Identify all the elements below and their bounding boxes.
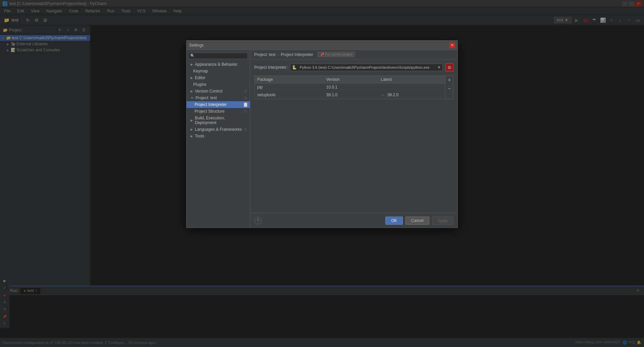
settings-dialog: Settings ✕ 🔍 ▶ Appearance & Behavior xyxy=(186,40,458,228)
interpreter-select-text: Python 3.6 (test) C:\Users\matb3\Pycharm… xyxy=(300,65,434,69)
sidebar-item-build[interactable]: ▶ Build, Execution, Deployment xyxy=(186,115,250,126)
col-package: Package xyxy=(255,76,323,83)
col-version: Version xyxy=(323,76,378,83)
dialog-title: Settings xyxy=(189,43,204,48)
lang-gear-icon: ⚙ xyxy=(244,127,247,132)
sidebar-item-keymap[interactable]: Keymap xyxy=(186,68,250,74)
interpreter-gear-icon: ⚙ xyxy=(244,103,247,107)
plugins-label: Plugins xyxy=(193,82,206,87)
sidebar-search-input[interactable] xyxy=(196,54,246,58)
dialog-main: Project Interpreter: 🐍 Python 3.6 (test)… xyxy=(250,59,458,213)
package-table-scroll: Package Version Latest pip 10.0.1 xyxy=(255,76,445,99)
dialog-footer: ? OK Cancel Apply xyxy=(250,213,458,228)
structure-label: Project Structure xyxy=(195,109,224,114)
appearance-arrow-icon: ▶ xyxy=(191,63,193,66)
keymap-label: Keymap xyxy=(193,69,208,73)
remove-package-button[interactable]: − xyxy=(446,85,453,92)
lang-label: Languages & Frameworks xyxy=(195,127,242,132)
apply-button[interactable]: Apply xyxy=(432,217,453,225)
interpreter-field-label: Project Interpreter: xyxy=(254,65,287,70)
vc-arrow-icon: ▶ xyxy=(191,90,193,93)
dialog-breadcrumb: Project: test › Project Interpreter 📌 Fo… xyxy=(250,50,458,59)
breadcrumb-badge-icon: 📌 xyxy=(320,53,324,56)
update-arrow-icon: → xyxy=(381,93,385,97)
dialog-content: Project: test › Project Interpreter 📌 Fo… xyxy=(250,50,458,228)
dialog-body: 🔍 ▶ Appearance & Behavior Keymap ▶ Edito… xyxy=(186,50,458,228)
interpreter-label-sidebar: Project Interpreter xyxy=(195,102,227,107)
appearance-label: Appearance & Behavior xyxy=(195,62,237,67)
project-test-gear-icon: ⚙ xyxy=(244,96,247,100)
breadcrumb-root: Project: test xyxy=(254,52,275,57)
sidebar-item-project-structure[interactable]: Project Structure ⚙ xyxy=(186,108,250,115)
pkg-latest-pip xyxy=(378,83,445,91)
table-row[interactable]: pip 10.0.1 xyxy=(255,83,445,91)
sidebar-item-tools[interactable]: ▶ Tools xyxy=(186,133,250,139)
python-icon: 🐍 xyxy=(292,65,297,70)
sidebar-item-plugins[interactable]: Plugins xyxy=(186,81,250,88)
pkg-latest-setuptools: → 39.2.0 xyxy=(378,91,445,99)
interpreter-select[interactable]: 🐍 Python 3.6 (test) C:\Users\matb3\Pycha… xyxy=(290,64,443,71)
build-arrow-icon: ▶ xyxy=(191,119,193,122)
tools-arrow-icon: ▶ xyxy=(191,134,193,138)
sidebar-search-container: 🔍 xyxy=(189,53,248,59)
structure-gear-icon: ⚙ xyxy=(244,109,247,114)
col-latest: Latest xyxy=(378,76,445,83)
package-table-wrapper: Package Version Latest pip 10.0.1 xyxy=(254,75,453,99)
search-icon: 🔍 xyxy=(190,54,195,58)
ok-button[interactable]: OK xyxy=(385,217,402,225)
help-icon: ? xyxy=(257,218,259,223)
vc-gear-icon: ⚙ xyxy=(244,89,247,94)
sidebar-item-project-interpreter[interactable]: Project Interpreter ⚙ xyxy=(186,101,250,108)
pkg-version-pip: 10.0.1 xyxy=(323,83,378,91)
build-label: Build, Execution, Deployment xyxy=(195,116,247,125)
interpreter-dropdown-arrow: ▼ xyxy=(437,65,441,70)
interpreter-row: Project Interpreter: 🐍 Python 3.6 (test)… xyxy=(254,63,453,71)
editor-arrow-icon: ▶ xyxy=(191,76,193,79)
project-arrow-icon: ▼ xyxy=(191,96,194,100)
sidebar-item-appearance[interactable]: ▶ Appearance & Behavior xyxy=(186,61,250,68)
sidebar-item-project-test[interactable]: ▼ Project: test ⚙ xyxy=(186,95,250,101)
table-side-toolbar: + − xyxy=(445,76,453,99)
vc-label: Version Control xyxy=(195,89,222,94)
sidebar-item-languages[interactable]: ▶ Languages & Frameworks ⚙ xyxy=(186,126,250,133)
dialog-sidebar: 🔍 ▶ Appearance & Behavior Keymap ▶ Edito… xyxy=(186,50,250,228)
pkg-name-pip: pip xyxy=(255,83,323,91)
breadcrumb-badge: 📌 For current project xyxy=(318,52,355,57)
breadcrumb-child: Project Interpreter xyxy=(281,52,313,57)
tools-label: Tools xyxy=(195,134,204,138)
sidebar-item-editor[interactable]: ▶ Editor xyxy=(186,74,250,81)
lang-arrow-icon: ▶ xyxy=(191,128,193,131)
pkg-name-setuptools: setuptools xyxy=(255,91,323,99)
pkg-version-setuptools: 39.1.0 xyxy=(323,91,378,99)
dialog-title-bar: Settings ✕ xyxy=(186,41,458,50)
table-row[interactable]: setuptools 39.1.0 → 39.2.0 xyxy=(255,91,445,99)
sidebar-item-version-control[interactable]: ▶ Version Control ⚙ xyxy=(186,88,250,95)
project-test-label: Project: test xyxy=(196,96,217,100)
breadcrumb-separator: › xyxy=(277,52,279,57)
cancel-button[interactable]: Cancel xyxy=(406,217,429,225)
editor-label: Editor xyxy=(195,75,205,80)
package-table: Package Version Latest pip 10.0.1 xyxy=(255,76,445,99)
add-package-button[interactable]: + xyxy=(446,76,453,83)
interpreter-gear-button[interactable]: ⚙ xyxy=(445,63,453,71)
dialog-overlay: Settings ✕ 🔍 ▶ Appearance & Behavior xyxy=(0,0,644,347)
help-button[interactable]: ? xyxy=(254,217,262,224)
dialog-close-button[interactable]: ✕ xyxy=(449,43,455,48)
